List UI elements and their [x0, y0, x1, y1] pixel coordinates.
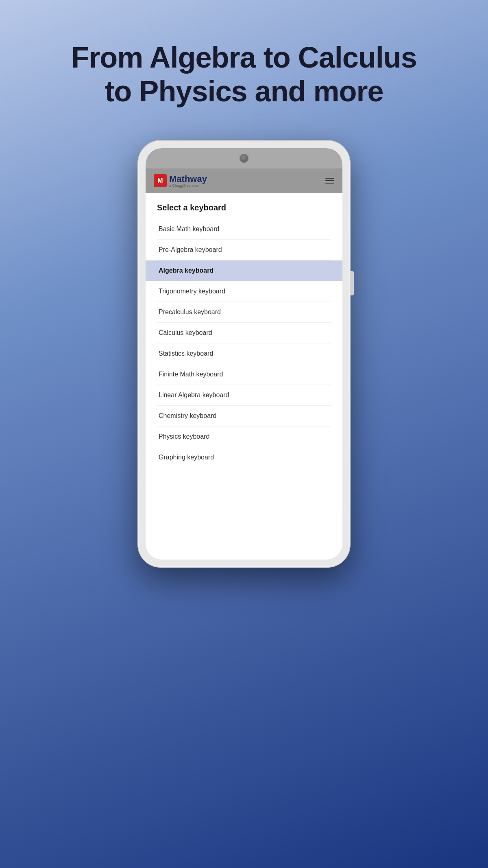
- keyboard-list-item-5[interactable]: Calculus keyboard: [157, 323, 331, 343]
- keyboard-list-item-9[interactable]: Chemistry keyboard: [157, 406, 331, 426]
- hamburger-line-3: [325, 183, 334, 184]
- keyboard-list-item-10[interactable]: Physics keyboard: [157, 426, 331, 447]
- logo-text-block: Mathway a Chegg® service: [169, 174, 207, 188]
- page-title: From Algebra to Calculus to Physics and …: [39, 41, 449, 108]
- phone-frame: M Mathway a Chegg® service Select a keyb…: [138, 141, 350, 567]
- phone-side-button: [350, 271, 354, 295]
- mathway-logo: M Mathway a Chegg® service: [154, 174, 207, 188]
- keyboard-list-item-1[interactable]: Pre-Algebra keyboard: [157, 240, 331, 260]
- keyboard-selector-title: Select a keyboard: [157, 203, 331, 212]
- keyboard-list-item-0[interactable]: Basic Math keyboard: [157, 219, 331, 240]
- keyboard-list-item-6[interactable]: Statistics keyboard: [157, 343, 331, 364]
- keyboard-list-item-11[interactable]: Graphing keyboard: [157, 447, 331, 468]
- phone-camera: [240, 154, 248, 163]
- logo-subtitle: a Chegg® service: [169, 184, 207, 188]
- hamburger-menu-button[interactable]: [325, 178, 334, 184]
- logo-name: Mathway: [169, 174, 207, 184]
- phone-top-bar: [146, 148, 342, 168]
- keyboard-list-item-4[interactable]: Precalculus keyboard: [157, 302, 331, 323]
- hamburger-line-2: [325, 180, 334, 181]
- phone-screen: M Mathway a Chegg® service Select a keyb…: [146, 148, 342, 560]
- keyboard-list-item-2[interactable]: Algebra keyboard: [146, 260, 342, 281]
- hamburger-line-1: [325, 178, 334, 179]
- app-content: Select a keyboard Basic Math keyboardPre…: [146, 193, 342, 560]
- logo-icon: M: [154, 174, 167, 187]
- app-header: M Mathway a Chegg® service: [146, 168, 342, 193]
- keyboard-list-item-7[interactable]: Fininte Math keyboard: [157, 364, 331, 385]
- keyboard-list: Basic Math keyboardPre-Algebra keyboardA…: [157, 219, 331, 468]
- keyboard-list-item-3[interactable]: Trigonometry keyboard: [157, 281, 331, 302]
- keyboard-list-item-8[interactable]: Linear Algebra keyboard: [157, 385, 331, 406]
